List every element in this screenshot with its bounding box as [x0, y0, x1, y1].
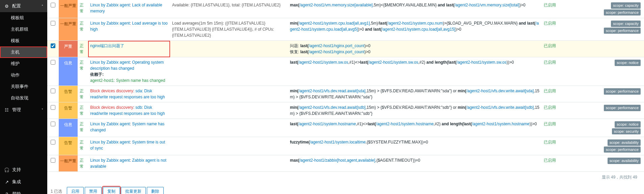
sidebar-item-7[interactable]: 自动发现	[0, 92, 47, 104]
row-checkbox[interactable]	[51, 158, 55, 163]
row-checkbox[interactable]	[51, 122, 55, 126]
tags-cell	[562, 41, 644, 57]
tag: scope: availability	[608, 139, 641, 146]
trigger-link[interactable]: nginx端口出问题了	[90, 43, 124, 48]
action-button-2[interactable]: 复制	[103, 187, 120, 194]
expr-link[interactable]: /agent2-host1/system.hostname	[376, 122, 434, 126]
tag: scope: availability	[608, 158, 641, 164]
enable-link[interactable]: 已启用	[544, 105, 556, 110]
sidebar-item-0[interactable]: 模板组	[0, 12, 47, 24]
enable-link[interactable]: 已启用	[544, 3, 556, 7]
sidebar: ⚙ 配置 ˄ 模板组主机群组模板主机维护动作关联事件自动发现 ☷ 管理 ˅ 🎧支…	[0, 0, 47, 194]
row-checkbox[interactable]	[51, 3, 55, 7]
prefix-link[interactable]: Linux by Zabbix agent	[90, 158, 130, 163]
headset-icon: 🎧	[4, 167, 9, 172]
sidebar-item-6[interactable]: 关联事件	[0, 81, 47, 92]
sidebar-item-1[interactable]: 主机群组	[0, 24, 47, 35]
expr-link[interactable]: /agent2-host1/zabbix[host,agent,availabl…	[299, 158, 375, 163]
row-checkbox[interactable]	[51, 105, 55, 110]
prefix-link[interactable]: Linux by Zabbix agent	[90, 3, 130, 7]
severity-cell: 告警	[59, 137, 78, 155]
severity-cell: 严重	[59, 41, 78, 57]
table-row: 一般严重正常Linux by Zabbix agent: Zabbix agen…	[47, 155, 644, 172]
expr-link[interactable]: /agent2-host1/system.cpu.num	[387, 21, 443, 26]
enable-link[interactable]: 已启用	[544, 122, 556, 126]
tags-cell: scope: notice	[562, 57, 644, 86]
selected-count: 1 已选	[51, 189, 64, 194]
severity-cell: 信息	[59, 119, 78, 137]
trigger-name-cell: Linux by Zabbix agent: Operating system …	[88, 57, 170, 86]
enable-link[interactable]: 已启用	[544, 21, 556, 26]
expr-link[interactable]: /agent2-host1/nginx.port_count	[308, 50, 364, 54]
prefix-link[interactable]: Linux by Zabbix agent	[90, 60, 130, 65]
depends-link[interactable]: agent2-host1: System name has changed	[90, 78, 165, 83]
expr-link[interactable]: /agent2-host1/nginx.port_count	[308, 43, 364, 48]
opdata-cell	[170, 102, 288, 119]
expr-link[interactable]: /agent2-host1/vm.memory.size[total]	[454, 3, 519, 7]
footer-actions: 1 已选 启用 禁用 复制 批量更新 删除	[47, 183, 644, 194]
prefix-link[interactable]: Linux by Zabbix agent	[90, 21, 130, 26]
sidebar-config[interactable]: ⚙ 配置 ˄	[0, 0, 47, 12]
tags-cell: scope: capacityscope: performance	[562, 0, 644, 18]
expr-link[interactable]: /agent2-host1/system.localtime	[310, 140, 366, 144]
result-summary: 显示 49，共找到 49	[47, 172, 644, 183]
prefix-link[interactable]: Linux by Zabbix agent	[90, 140, 130, 144]
row-checkbox[interactable]	[51, 43, 55, 48]
expression-cell: 问题: last(/agent2-host1/nginx.port_count)…	[288, 41, 542, 57]
enable-link[interactable]: 已启用	[544, 89, 556, 93]
enable-link[interactable]: 已启用	[544, 158, 556, 163]
enable-cell: 已启用	[542, 137, 562, 155]
expr-link[interactable]: /agent2-host1/system.hostname	[472, 122, 530, 126]
enable-link[interactable]: 已启用	[544, 60, 556, 65]
row-checkbox[interactable]	[51, 89, 55, 93]
sidebar-config-label: 配置	[12, 3, 21, 9]
expr-link[interactable]: /agent2-host1/vfs.dev.read.await[sda]	[298, 89, 366, 93]
status-value: 正常	[78, 102, 88, 119]
expr-link[interactable]: /agent2-host1/system.sw.os	[298, 60, 348, 65]
prefix-link[interactable]: Block devices discovery	[90, 89, 133, 93]
table-row: 告警正常Block devices discovery: sdb: Disk r…	[47, 102, 644, 119]
tag: scope: performance	[604, 28, 641, 34]
row-checkbox[interactable]	[51, 60, 55, 65]
severity-cell: 信息	[59, 57, 78, 86]
opdata-cell: Available: {ITEM.LASTVALUE1}, total: {IT…	[170, 0, 288, 18]
expr-link[interactable]: /agent2-host1/vm.memory.size[available]	[299, 3, 373, 7]
expr-link[interactable]: /agent2-host1/vfs.dev.write.await[sda]	[466, 89, 534, 93]
action-button-3[interactable]: 批量更新	[121, 187, 146, 194]
expression-cell: last(/agent2-host1/system.sw.os,#1)<>las…	[288, 57, 542, 86]
expr-link[interactable]: /agent2-host1/vfs.dev.write.await[sdb]	[466, 105, 534, 110]
sidebar-manage[interactable]: ☷ 管理 ˅	[0, 104, 47, 116]
enable-link[interactable]: 已启用	[544, 43, 556, 48]
expr-link[interactable]: /agent2-host1/system.sw.os	[368, 60, 418, 65]
expr-link[interactable]: /agent2-host1/system.sw.os	[457, 60, 507, 65]
sidebar-item-2[interactable]: 模板	[0, 35, 47, 46]
enable-cell: 已启用	[542, 41, 562, 57]
tags-cell: scope: performance	[562, 102, 644, 119]
row-checkbox[interactable]	[51, 21, 55, 26]
prefix-link[interactable]: Linux by Zabbix agent	[90, 122, 130, 126]
expr-link[interactable]: /agent2-host1/system.hostname	[298, 122, 356, 126]
sidebar-support[interactable]: 🎧支持	[0, 164, 47, 176]
row-checkbox[interactable]	[51, 140, 55, 144]
enable-link[interactable]: 已启用	[544, 140, 556, 144]
sidebar-help[interactable]: ?帮助	[0, 188, 47, 194]
expr-link[interactable]: /agent2-host1/system.cpu.load[all,avg1]	[298, 21, 370, 26]
severity-cell: 告警	[59, 102, 78, 119]
expr-link[interactable]: /agent2-host1/system.cpu.load[all,avg15]	[382, 27, 455, 32]
expr-link[interactable]: /agent2-host1/vfs.dev.read.await[sdb]	[298, 105, 366, 110]
action-button-1[interactable]: 禁用	[85, 187, 102, 194]
action-button-0[interactable]: 启用	[67, 187, 84, 194]
expression-cell: last(/agent2-host1/system.hostname,#1)<>…	[288, 119, 542, 137]
action-button-4[interactable]: 删除	[147, 187, 164, 194]
opdata-cell: Load averages(1m 5m 15m): ({ITEM.LASTVAL…	[170, 18, 288, 41]
enable-cell: 已启用	[542, 0, 562, 18]
sidebar-item-4[interactable]: 维护	[0, 58, 47, 69]
sidebar-integration[interactable]: ↗集成	[0, 176, 47, 188]
sidebar-item-5[interactable]: 动作	[0, 69, 47, 81]
sidebar-item-3[interactable]: 主机	[0, 46, 47, 58]
status-value: 正常	[78, 86, 88, 102]
severity-cell: 一般严重	[59, 0, 78, 18]
table-row: 告警正常Block devices discovery: sda: Disk r…	[47, 86, 644, 102]
prefix-link[interactable]: Block devices discovery	[90, 105, 133, 110]
status-value: 正常	[78, 57, 88, 86]
